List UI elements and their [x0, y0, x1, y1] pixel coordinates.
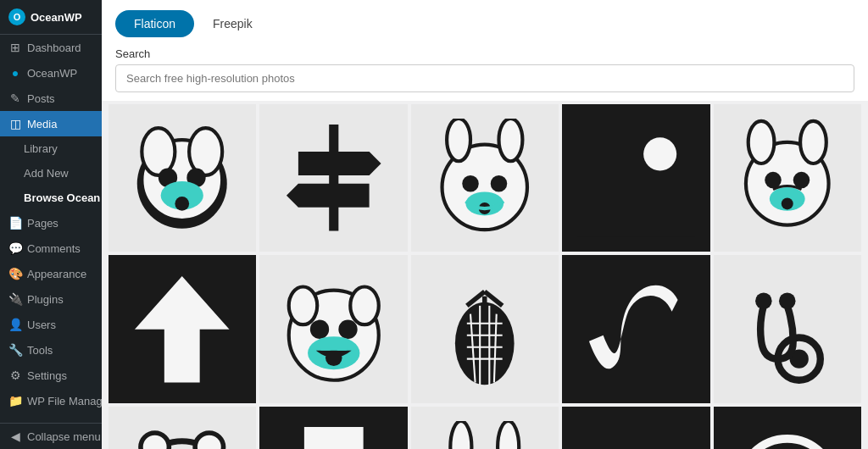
- sidebar-item-label: OceanWP: [27, 67, 77, 80]
- plugins-icon: 🔌: [8, 292, 22, 306]
- grid-cell-vimeo-logo[interactable]: [562, 255, 709, 402]
- main-content: Flaticon Freepik Search: [102, 0, 868, 449]
- posts-icon: ✎: [8, 91, 22, 105]
- svg-marker-60: [304, 427, 364, 449]
- sidebar-item-media[interactable]: ◫ Media: [0, 111, 102, 136]
- users-icon: 👤: [8, 318, 22, 331]
- sidebar-item-settings[interactable]: ⚙ Settings: [0, 363, 102, 388]
- sidebar-item-label: Library: [24, 142, 58, 155]
- appearance-icon: 🎨: [8, 267, 22, 280]
- sidebar-item-label: Settings: [27, 369, 67, 382]
- svg-marker-10: [298, 152, 381, 176]
- svg-rect-36: [320, 341, 348, 351]
- sidebar-item-add-new[interactable]: Add New: [0, 161, 102, 186]
- sidebar-item-pages[interactable]: 📄 Pages: [0, 210, 102, 236]
- svg-point-16: [491, 175, 508, 192]
- svg-rect-19: [577, 119, 696, 237]
- svg-point-20: [643, 138, 676, 171]
- svg-point-33: [338, 319, 357, 338]
- grid-cell-rabbit-face[interactable]: [411, 407, 559, 449]
- svg-point-51: [755, 292, 772, 309]
- sidebar-item-label: Pages: [27, 217, 58, 230]
- comments-icon: 💬: [8, 241, 22, 255]
- grid-cell-black-square[interactable]: [562, 407, 709, 449]
- tab-flaticon[interactable]: Flaticon: [115, 10, 194, 37]
- sidebar-item-posts[interactable]: ✎ Posts: [0, 86, 102, 111]
- sidebar-item-label: Users: [27, 319, 56, 331]
- sidebar-item-label: Posts: [27, 92, 55, 105]
- sidebar-item-library[interactable]: Library: [0, 136, 102, 161]
- sidebar-item-label: Tools: [27, 344, 53, 357]
- grid-cell-directional-signs[interactable]: [259, 104, 407, 252]
- dashboard-icon: ⊞: [8, 41, 22, 54]
- collapse-icon: ◀: [8, 430, 22, 443]
- tab-bar: Flaticon Freepik: [102, 0, 868, 37]
- svg-point-62: [451, 421, 472, 449]
- settings-icon: ⚙: [8, 369, 22, 382]
- svg-point-52: [779, 292, 796, 309]
- svg-point-30: [289, 286, 317, 324]
- svg-point-23: [800, 121, 826, 164]
- brand-label: OceanWP: [31, 11, 82, 24]
- grid-cell-dog-face[interactable]: [108, 104, 256, 252]
- sidebar-item-appearance[interactable]: 🎨 Appearance: [0, 261, 102, 286]
- grid-cell-square-dot[interactable]: [562, 104, 709, 252]
- svg-point-7: [175, 197, 190, 212]
- sidebar-item-label: Appearance: [27, 268, 86, 280]
- file-manager-icon: 📁: [8, 394, 22, 407]
- svg-point-15: [462, 175, 479, 192]
- image-grid: [102, 101, 868, 449]
- grid-cell-bulldog-face[interactable]: [259, 255, 407, 402]
- sidebar-item-plugins[interactable]: 🔌 Plugins: [0, 286, 102, 312]
- sidebar-collapse[interactable]: ◀ Collapse menu: [0, 424, 102, 449]
- svg-point-2: [142, 129, 175, 176]
- tools-icon: 🔧: [8, 343, 22, 357]
- grid-cell-squirrel-face[interactable]: [411, 104, 559, 252]
- svg-point-24: [765, 172, 782, 189]
- grid-cell-bear-circle[interactable]: [108, 407, 256, 449]
- svg-point-35: [326, 349, 342, 366]
- svg-point-31: [350, 286, 378, 324]
- grid-cell-pineapple[interactable]: [411, 255, 559, 402]
- sidebar-item-label: Dashboard: [27, 42, 81, 54]
- brand-icon: O: [8, 8, 25, 25]
- svg-point-37: [455, 302, 515, 385]
- search-label: Search: [115, 47, 854, 60]
- grid-cell-bookmark[interactable]: [259, 407, 407, 449]
- svg-point-13: [447, 119, 470, 161]
- svg-point-32: [310, 319, 329, 338]
- sidebar-item-wp-file-manager[interactable]: 📁 WP File Manager: [0, 388, 102, 413]
- sidebar-item-browse-ocean[interactable]: Browse Ocean Images: [0, 186, 102, 210]
- sidebar-item-comments[interactable]: 💬 Comments: [0, 236, 102, 261]
- sidebar-item-label: Browse Ocean Images: [24, 191, 102, 204]
- svg-point-69: [740, 439, 835, 449]
- svg-point-63: [498, 421, 519, 449]
- sidebar-brand: O OceanWP: [0, 0, 102, 35]
- svg-marker-28: [135, 276, 230, 383]
- sidebar-item-label: Add New: [24, 167, 69, 180]
- sidebar-item-oceanwp[interactable]: ● OceanWP: [0, 60, 102, 86]
- svg-point-3: [190, 129, 223, 176]
- sidebar-item-users[interactable]: 👤 Users: [0, 312, 102, 337]
- svg-point-54: [141, 433, 169, 449]
- sidebar: O OceanWP ⊞ Dashboard ● OceanWP ✎ Posts …: [0, 0, 102, 449]
- grid-cell-stethoscope[interactable]: [714, 255, 861, 402]
- tab-freepik[interactable]: Freepik: [194, 10, 271, 37]
- sidebar-item-label: WP File Manager: [27, 395, 102, 407]
- media-icon: ◫: [8, 117, 22, 130]
- grid-cell-cat-face[interactable]: [714, 104, 861, 252]
- svg-point-14: [499, 119, 523, 161]
- grid-cell-arrow-up[interactable]: [108, 255, 256, 402]
- sidebar-item-dashboard[interactable]: ⊞ Dashboard: [0, 35, 102, 60]
- grid-inner: [108, 104, 861, 449]
- svg-point-55: [196, 433, 224, 449]
- pages-icon: 📄: [8, 216, 22, 230]
- grid-cell-clock[interactable]: [714, 407, 861, 449]
- search-area: Search: [102, 37, 868, 101]
- search-input[interactable]: [115, 64, 854, 92]
- svg-rect-9: [329, 125, 338, 231]
- collapse-label: Collapse menu: [27, 430, 101, 443]
- svg-rect-68: [577, 421, 696, 449]
- sidebar-item-tools[interactable]: 🔧 Tools: [0, 337, 102, 363]
- svg-marker-11: [287, 184, 370, 208]
